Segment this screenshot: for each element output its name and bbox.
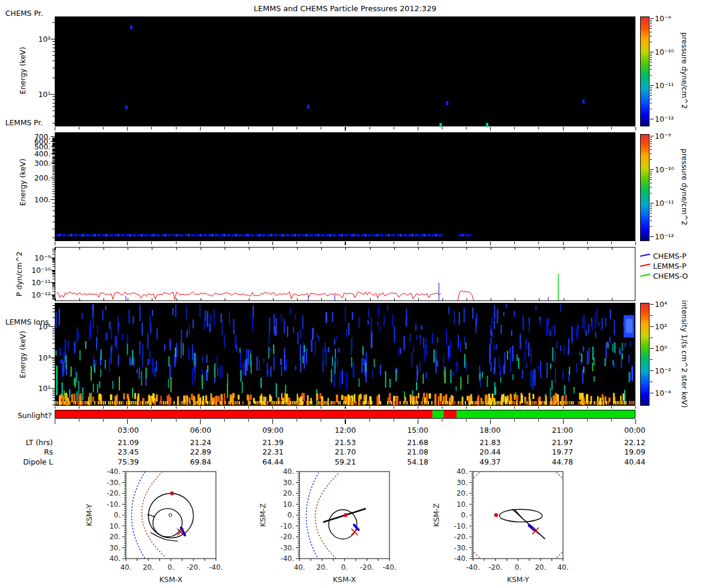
y-tick	[52, 328, 55, 329]
orbit-curves	[132, 469, 194, 559]
cb-minor-tick	[650, 109, 652, 109]
panel1-ytick-label: 10¹	[0, 90, 51, 99]
y-tick	[52, 184, 55, 185]
y-tick	[52, 103, 55, 103]
orbit-ytick-label: 20.	[457, 489, 468, 497]
cb-minor-tick	[650, 138, 652, 138]
cb-tick	[650, 393, 654, 393]
y-tick	[52, 159, 55, 160]
cb-minor-tick	[650, 57, 652, 58]
cb-minor-tick	[650, 141, 652, 142]
orbit-ytick-label: -40.	[281, 554, 294, 563]
y-tick	[52, 336, 55, 336]
y-tick	[52, 308, 55, 309]
y-tick	[52, 392, 55, 392]
y-tick	[52, 273, 55, 273]
y-tick	[52, 379, 55, 380]
cb-minor-tick	[650, 173, 652, 173]
legend-swatch-chems-p	[640, 253, 650, 256]
orbit-xtick-label: 0.	[341, 563, 348, 572]
time-tick-label: 21:00	[545, 426, 580, 435]
panel3-ytick-label: 10⁻¹⁰	[0, 266, 51, 275]
cb-minor-tick	[650, 93, 652, 93]
cb-minor-tick	[650, 62, 652, 62]
orbit-xtick-label: 0.	[168, 563, 174, 572]
axis-row-value: 69.84	[183, 457, 218, 466]
panel2-ytick-label: 200.	[0, 173, 51, 182]
y-tick	[52, 162, 55, 163]
axis-row-value: 19.77	[545, 447, 580, 456]
cb-minor-tick	[650, 220, 652, 221]
axis-row-value: 22.89	[183, 447, 218, 456]
y-tick	[51, 94, 55, 95]
y-tick	[52, 262, 55, 263]
y-tick	[52, 298, 55, 298]
cb-tick	[650, 203, 654, 203]
y-tick	[52, 339, 55, 339]
y-tick	[52, 150, 55, 151]
axis-row-label: Dipole L	[0, 457, 53, 466]
spectrogram-point	[582, 99, 585, 103]
panel3-ytick-label: 10⁻¹¹	[0, 278, 51, 287]
y-tick	[52, 149, 55, 150]
orbit-ytick-label: -20.	[107, 489, 121, 497]
y-tick	[52, 276, 55, 277]
legend-swatch-lemms-p	[640, 263, 650, 266]
cb-minor-tick	[650, 177, 652, 178]
spectrogram-point	[125, 105, 128, 109]
y-tick	[52, 171, 55, 172]
cb-minor-tick	[650, 89, 652, 89]
cb-minor-tick	[650, 95, 652, 96]
cb-minor-tick	[650, 54, 652, 54]
sunlight-bar	[55, 410, 635, 419]
orbit-ytick-label: 0.	[114, 511, 121, 519]
y-tick	[52, 161, 55, 161]
cb-tick	[650, 370, 654, 371]
cb-minor-tick	[650, 36, 652, 36]
y-tick	[52, 283, 55, 283]
orbit-xtick-label: -20.	[489, 563, 502, 572]
orbit-ytick-label: -30.	[281, 544, 294, 552]
orbit-ytick-label: -10.	[454, 522, 468, 530]
y-tick	[52, 138, 55, 138]
orbit-ytick-label: 20.	[109, 533, 121, 541]
cb-minor-tick	[650, 26, 652, 26]
y-tick	[52, 165, 55, 166]
orbit-ylabel: KSM-Y	[85, 504, 94, 526]
axis-row-value: 23.45	[111, 447, 146, 456]
spectrogram-point	[486, 123, 488, 127]
panel3-ytick-label: 10⁻⁹	[0, 253, 51, 262]
orbit-xtick-label: -20.	[360, 563, 374, 572]
cb-minor-tick	[650, 20, 652, 21]
figure-lemms-chems-pressures: LEMMS and CHEMS Particle Pressures 2012:…	[0, 0, 706, 588]
orbit-xtick-label: 40.	[120, 563, 131, 572]
axis-row-value: 19.09	[617, 447, 652, 456]
lemms-pressure-spectrogram	[55, 132, 635, 241]
y-tick	[51, 358, 55, 358]
y-tick	[52, 285, 55, 286]
colorbar3-unit-label: intensity 1/(s cm^2 ster keV)	[680, 300, 689, 407]
spectrogram-point	[307, 105, 309, 109]
cb-tick	[650, 85, 654, 86]
time-axis-ticks-3hour	[55, 419, 636, 424]
panel4-ytick-label: 10⁴	[0, 322, 51, 331]
y-tick	[52, 305, 55, 306]
y-tick	[52, 287, 55, 288]
cb-tick	[650, 236, 654, 237]
y-tick	[52, 41, 55, 42]
y-tick	[51, 136, 55, 137]
y-tick	[52, 189, 55, 189]
orbit-xtick-label: 40.	[557, 563, 568, 572]
time-tick-label: 09:00	[255, 426, 291, 435]
y-tick	[52, 249, 55, 249]
y-tick	[52, 106, 55, 107]
cb-tick	[650, 304, 654, 305]
axis-row-value: 21.68	[400, 438, 435, 447]
cb-minor-tick	[650, 22, 652, 22]
axis-row-value: 21.24	[183, 438, 218, 447]
panel3-ytick-label: 10⁻¹²	[0, 290, 51, 299]
orbit-ytick-label: 40.	[283, 469, 294, 476]
y-tick	[52, 163, 55, 164]
y-tick	[52, 145, 55, 145]
axis-row-value: 21.09	[111, 438, 146, 447]
